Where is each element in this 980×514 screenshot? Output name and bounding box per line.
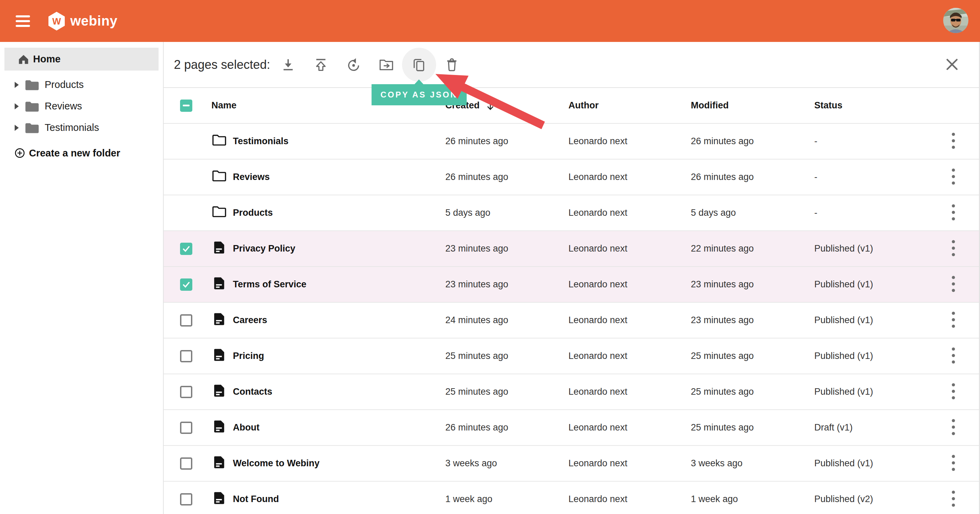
sidebar-item-home[interactable]: Home	[5, 48, 159, 71]
create-folder-button[interactable]: Create a new folder	[0, 143, 163, 163]
kebab-icon	[951, 132, 956, 150]
row-status: Published (v1)	[814, 315, 927, 325]
publish-icon	[313, 57, 329, 73]
table-row[interactable]: Not Found 1 week ago Leonardo next 1 wee…	[164, 482, 980, 514]
delete-button[interactable]	[436, 48, 468, 81]
row-actions-menu-button[interactable]	[943, 130, 964, 153]
select-all-checkbox[interactable]	[180, 100, 192, 112]
row-name[interactable]: Not Found	[233, 494, 445, 504]
chevron-right-icon[interactable]	[15, 125, 19, 131]
table-row[interactable]: Welcome to Webiny 3 weeks ago Leonardo n…	[164, 446, 980, 482]
row-actions-menu-button[interactable]	[943, 452, 964, 476]
row-created: 5 days ago	[445, 208, 568, 218]
folder-icon	[25, 100, 40, 112]
sidebar-folder-item[interactable]: Reviews	[0, 95, 163, 117]
row-created: 1 week ago	[445, 494, 568, 504]
move-to-folder-button[interactable]	[370, 48, 403, 81]
row-name[interactable]: Terms of Service	[233, 279, 445, 290]
webiny-logo: W webiny	[48, 11, 118, 31]
close-selection-button[interactable]	[942, 54, 962, 75]
row-checkbox[interactable]	[180, 350, 192, 362]
row-modified: 25 minutes ago	[691, 351, 814, 361]
menu-icon[interactable]	[16, 13, 30, 30]
folder-outline-icon	[212, 132, 227, 148]
table-row[interactable]: Reviews 26 minutes ago Leonardo next 26 …	[164, 160, 980, 195]
row-modified: 25 minutes ago	[691, 387, 814, 397]
row-modified: 3 weeks ago	[691, 458, 814, 469]
row-actions-menu-button[interactable]	[943, 487, 964, 511]
sidebar-folder-label: Products	[45, 79, 84, 90]
folder-tree: Products Reviews Testimonials	[0, 71, 163, 138]
table-row[interactable]: Testimonials 26 minutes ago Leonardo nex…	[164, 124, 980, 160]
row-status: Published (v1)	[814, 458, 927, 469]
restore-revision-button[interactable]	[337, 48, 370, 81]
row-name[interactable]: Welcome to Webiny	[233, 458, 445, 469]
row-name[interactable]: Pricing	[233, 351, 445, 361]
folder-icon	[25, 79, 40, 90]
row-modified: 1 week ago	[691, 494, 814, 504]
chevron-right-icon[interactable]	[15, 82, 19, 88]
kebab-icon	[951, 275, 956, 293]
kebab-icon	[951, 347, 956, 364]
row-name[interactable]: About	[233, 422, 445, 433]
row-name[interactable]: Reviews	[233, 172, 445, 182]
row-checkbox[interactable]	[180, 386, 192, 398]
row-actions-menu-button[interactable]	[943, 344, 964, 368]
publish-button[interactable]	[304, 48, 337, 81]
user-avatar[interactable]	[943, 8, 969, 33]
row-actions-menu-button[interactable]	[943, 165, 964, 189]
table-row[interactable]: Careers 24 minutes ago Leonardo next 23 …	[164, 303, 980, 338]
row-name[interactable]: Contacts	[233, 387, 445, 397]
table-row[interactable]: Contacts 25 minutes ago Leonardo next 25…	[164, 374, 980, 410]
row-actions-menu-button[interactable]	[943, 308, 964, 332]
table-header-row: Name Created Author Modified Status	[164, 88, 980, 124]
sidebar-folder-item[interactable]: Products	[0, 74, 163, 95]
table-row[interactable]: Terms of Service 23 minutes ago Leonardo…	[164, 267, 980, 303]
table-row[interactable]: Products 5 days ago Leonardo next 5 days…	[164, 195, 980, 231]
webiny-hexagon-icon: W	[48, 11, 65, 31]
row-author: Leonardo next	[568, 208, 691, 218]
row-actions-menu-button[interactable]	[943, 201, 964, 225]
page-icon	[212, 311, 227, 327]
row-name[interactable]: Careers	[233, 315, 445, 325]
check-icon	[182, 280, 191, 289]
table-row[interactable]: Pricing 25 minutes ago Leonardo next 25 …	[164, 338, 980, 374]
folder-icon	[25, 122, 40, 133]
restore-icon	[346, 57, 361, 73]
table-body: Testimonials 26 minutes ago Leonardo nex…	[164, 124, 980, 514]
column-header-author[interactable]: Author	[568, 100, 691, 111]
copy-as-json-button[interactable]	[403, 48, 436, 81]
row-actions-menu-button[interactable]	[943, 273, 964, 297]
row-checkbox[interactable]	[180, 422, 192, 434]
row-name[interactable]: Testimonials	[233, 136, 445, 147]
row-actions-menu-button[interactable]	[943, 237, 964, 261]
row-actions-menu-button[interactable]	[943, 380, 964, 404]
kebab-icon	[951, 239, 956, 257]
chevron-right-icon[interactable]	[15, 103, 19, 109]
sidebar-folder-item[interactable]: Testimonials	[0, 117, 163, 138]
download-button[interactable]	[272, 48, 304, 81]
page-list-panel: 2 pages selected:	[164, 42, 980, 514]
page-icon	[212, 454, 227, 470]
row-author: Leonardo next	[568, 351, 691, 361]
row-checkbox[interactable]	[180, 314, 192, 327]
column-header-status[interactable]: Status	[814, 100, 927, 111]
row-name[interactable]: Privacy Policy	[233, 243, 445, 254]
plus-circle-icon	[14, 148, 25, 159]
row-created: 23 minutes ago	[445, 243, 568, 254]
row-checkbox[interactable]	[180, 457, 192, 470]
row-checkbox[interactable]	[180, 243, 192, 255]
table-row[interactable]: Privacy Policy 23 minutes ago Leonardo n…	[164, 231, 980, 267]
row-checkbox[interactable]	[180, 493, 192, 506]
row-checkbox[interactable]	[180, 278, 192, 291]
table-row[interactable]: About 26 minutes ago Leonardo next 25 mi…	[164, 410, 980, 446]
app-bar: W webiny	[0, 0, 980, 42]
row-actions-menu-button[interactable]	[943, 416, 964, 440]
sidebar-folder-label: Reviews	[45, 100, 82, 112]
row-status: Published (v1)	[814, 387, 927, 397]
row-name[interactable]: Products	[233, 208, 445, 218]
column-header-modified[interactable]: Modified	[691, 100, 814, 111]
folder-outline-icon	[212, 168, 227, 184]
row-author: Leonardo next	[568, 136, 691, 147]
row-created: 25 minutes ago	[445, 351, 568, 361]
